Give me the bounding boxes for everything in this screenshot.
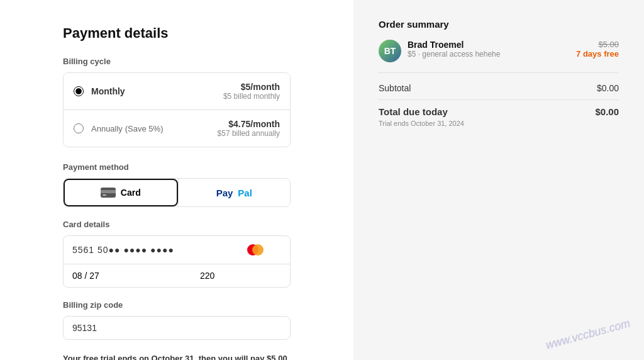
mc-yellow-circle [252, 244, 264, 256]
billing-option-annually[interactable]: Annually (Save 5%) $4.75/month $57 bille… [64, 110, 290, 147]
billing-option-monthly[interactable]: Monthly $5/month $5 billed monthly [64, 73, 290, 110]
zip-label: Billing zip code [63, 300, 291, 310]
order-item-details: Brad Troemel $5 · general access hehehe [408, 40, 570, 59]
payment-method-section: Payment method Card PayPal [63, 162, 291, 207]
billing-monthly-label: Monthly [91, 86, 223, 96]
subtotal-value: $0.00 [597, 83, 619, 93]
paypal-label: Pay [216, 188, 233, 198]
trial-ends-text: Trial ends October 31, 2024 [379, 120, 619, 127]
svg-rect-2 [103, 194, 106, 196]
card-details-label: Card details [63, 220, 291, 229]
card-details-section: Card details [63, 220, 291, 288]
expiry-input[interactable] [64, 264, 191, 287]
billing-options: Monthly $5/month $5 billed monthly Annua… [63, 72, 291, 147]
order-item-name: Brad Troemel [408, 40, 570, 50]
billing-cycle-label: Billing cycle [63, 57, 291, 66]
avatar: BT [379, 40, 401, 62]
total-value: $0.00 [595, 106, 619, 117]
payment-method-label: Payment method [63, 162, 291, 172]
page-title: Payment details [63, 25, 291, 42]
card-number-row [64, 236, 290, 264]
paypal-label2: Pal [238, 188, 252, 198]
subtotal-label: Subtotal [379, 83, 411, 93]
card-button-label: Card [121, 188, 141, 198]
card-number-input[interactable] [72, 245, 255, 255]
total-label: Total due today [379, 106, 448, 117]
zip-input[interactable] [63, 316, 291, 340]
order-summary-title: Order summary [379, 19, 619, 30]
card-split-row [64, 264, 290, 287]
card-icon [101, 188, 116, 198]
card-input-group [63, 235, 291, 288]
order-item-desc: $5 · general access hehehe [408, 50, 570, 59]
billing-monthly-price: $5/month $5 billed monthly [223, 82, 280, 101]
card-payment-button[interactable]: Card [64, 179, 178, 206]
left-panel: Payment details Billing cycle Monthly $5… [0, 0, 353, 360]
trial-info-text: Your free trial ends on October 31, then… [63, 352, 291, 360]
zip-section: Billing zip code [63, 300, 291, 340]
svg-rect-1 [101, 190, 116, 193]
total-row: Total due today $0.00 [379, 106, 619, 117]
billing-annually-price: $4.75/month $57 billed annually [218, 119, 280, 138]
billing-radio-annually[interactable] [74, 123, 84, 133]
order-original-price: $5.00 [576, 40, 619, 49]
cvc-input[interactable] [191, 264, 291, 287]
billing-annually-badge: (Save 5%) [125, 124, 164, 133]
mastercard-icon [255, 242, 281, 257]
order-free-label: 7 days free [576, 49, 619, 59]
paypal-payment-button[interactable]: PayPal [178, 179, 291, 206]
right-panel: Order summary BT Brad Troemel $5 · gener… [353, 0, 644, 360]
order-item: BT Brad Troemel $5 · general access hehe… [379, 40, 619, 73]
subtotal-row: Subtotal $0.00 [379, 83, 619, 100]
billing-radio-monthly[interactable] [74, 86, 84, 96]
order-item-pricing: $5.00 7 days free [576, 40, 619, 59]
billing-annually-label: Annually (Save 5%) [91, 123, 218, 133]
payment-buttons: Card PayPal [63, 178, 291, 207]
